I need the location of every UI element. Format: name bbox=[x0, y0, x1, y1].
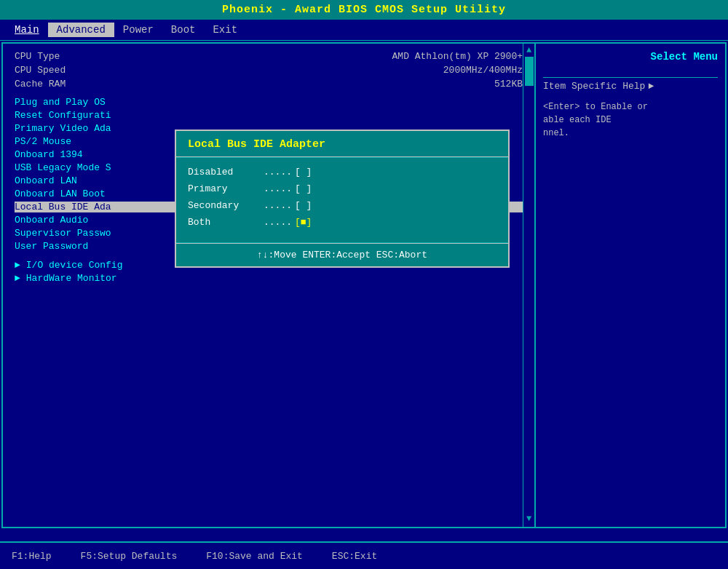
scroll-down-icon[interactable]: ▼ bbox=[526, 514, 531, 524]
bios-title: Phoenix - Award BIOS CMOS Setup Utility bbox=[222, 4, 506, 16]
popup-footer: ↑↓:Move ENTER:Accept ESC:Abort bbox=[176, 243, 508, 266]
popup-title: Local Bus IDE Adapter bbox=[176, 131, 508, 157]
cache-ram-value: 512KB bbox=[494, 79, 523, 89]
arrow-hardware-monitor: ► bbox=[15, 273, 20, 284]
item-specific-help: Item Specific Help ► bbox=[543, 81, 718, 92]
scroll-up-icon[interactable]: ▲ bbox=[526, 45, 531, 55]
popup-options: Disabled ..... [ ] Primary ..... [ ] Sec… bbox=[176, 158, 508, 242]
title-bar: Phoenix - Award BIOS CMOS Setup Utility bbox=[0, 0, 728, 20]
option-reset-config[interactable]: Reset Configurati bbox=[15, 110, 523, 121]
option-plug-and-play[interactable]: Plug and Play OS bbox=[15, 97, 523, 108]
menu-item-exit[interactable]: Exit bbox=[204, 23, 246, 37]
popup-option-both[interactable]: Both ..... [■] bbox=[188, 217, 496, 228]
popup-option-primary[interactable]: Primary ..... [ ] bbox=[188, 183, 496, 194]
status-esc-exit[interactable]: ESC:Exit bbox=[332, 551, 377, 562]
status-f5-defaults[interactable]: F5:Setup Defaults bbox=[81, 551, 178, 562]
select-menu-title: Select Menu bbox=[543, 51, 718, 63]
menu-item-power[interactable]: Power bbox=[114, 23, 162, 37]
status-f1-help[interactable]: F1:Help bbox=[12, 551, 52, 562]
popup-option-disabled[interactable]: Disabled ..... [ ] bbox=[188, 167, 496, 178]
divider-1 bbox=[543, 77, 718, 78]
popup-dialog: Local Bus IDE Adapter Disabled ..... [ ]… bbox=[175, 130, 510, 268]
status-f10-save[interactable]: F10:Save and Exit bbox=[206, 551, 303, 562]
main-content: CPU Type AMD Athlon(tm) XP 2900+ CPU Spe… bbox=[1, 42, 727, 528]
cpu-type-value: AMD Athlon(tm) XP 2900+ bbox=[392, 51, 523, 62]
help-arrow-icon: ► bbox=[648, 81, 654, 92]
cache-ram-row: Cache RAM 512KB bbox=[15, 79, 523, 89]
cache-ram-label: Cache RAM bbox=[15, 79, 66, 89]
cpu-speed-label: CPU Speed bbox=[15, 65, 66, 76]
menu-bar: Main Advanced Power Boot Exit bbox=[0, 20, 728, 41]
help-text-area: <Enter> to Enable or able each IDE nnel. bbox=[543, 100, 718, 140]
left-panel: CPU Type AMD Athlon(tm) XP 2900+ CPU Spe… bbox=[3, 44, 536, 527]
cpu-speed-row: CPU Speed 2000MHz/400MHz bbox=[15, 65, 523, 76]
cpu-speed-value: 2000MHz/400MHz bbox=[443, 65, 523, 76]
submenu-hardware-monitor[interactable]: ► HardWare Monitor bbox=[15, 273, 523, 284]
scroll-thumb[interactable] bbox=[525, 57, 534, 86]
menu-item-advanced[interactable]: Advanced bbox=[48, 23, 114, 37]
status-bar: F1:Help F5:Setup Defaults F10:Save and E… bbox=[0, 541, 728, 569]
arrow-io-device: ► bbox=[15, 260, 20, 271]
menu-item-main[interactable]: Main bbox=[6, 23, 48, 37]
popup-option-secondary[interactable]: Secondary ..... [ ] bbox=[188, 200, 496, 211]
scrollbar[interactable]: ▲ ▼ bbox=[523, 44, 534, 527]
cpu-type-label: CPU Type bbox=[15, 51, 60, 62]
cpu-type-row: CPU Type AMD Athlon(tm) XP 2900+ bbox=[15, 51, 523, 62]
right-panel: Select Menu Item Specific Help ► <Enter>… bbox=[536, 44, 725, 527]
menu-item-boot[interactable]: Boot bbox=[162, 23, 205, 37]
